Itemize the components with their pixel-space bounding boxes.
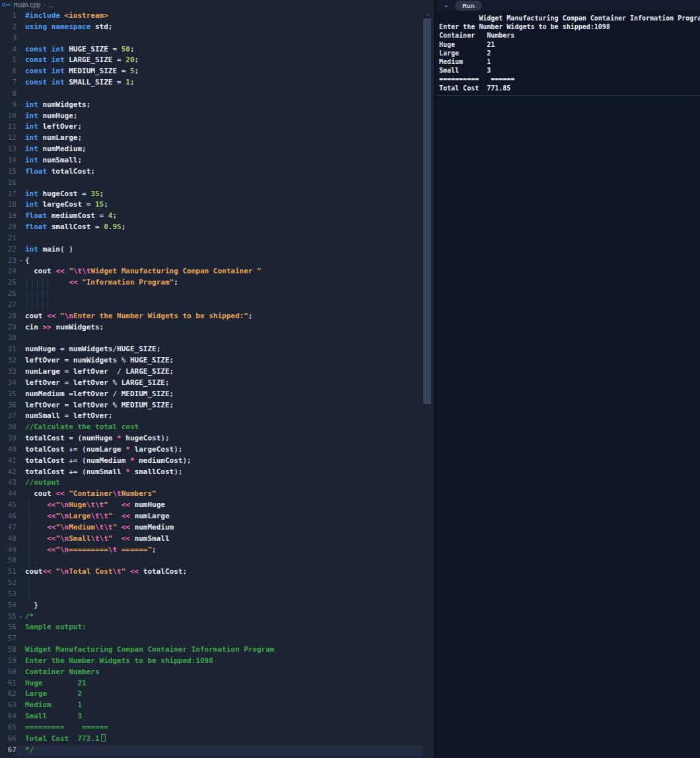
code-line[interactable]: 15float totalCost; bbox=[0, 167, 434, 178]
fold-gutter bbox=[17, 478, 25, 489]
code-line[interactable]: 11int leftOver; bbox=[0, 122, 434, 133]
code-line[interactable]: 18int largeCost = 15; bbox=[0, 200, 434, 211]
fold-chevron-icon[interactable]: ⌄ bbox=[17, 612, 25, 623]
code-line[interactable]: 19float mediumCost = 4; bbox=[0, 211, 434, 223]
code-line[interactable]: 21 bbox=[0, 234, 434, 245]
code-line[interactable]: 12int numLarge; bbox=[0, 133, 434, 145]
code-line[interactable]: 28cout << "\nEnter the Number Widgets to… bbox=[0, 312, 434, 323]
editor-scrollbar-thumb[interactable] bbox=[423, 18, 431, 404]
code-token: Large 2 bbox=[25, 689, 82, 698]
code-line[interactable]: 51cout<< "\nTotal Cost\t" << totalCost; bbox=[0, 567, 434, 578]
code-token: ; bbox=[170, 401, 174, 409]
code-line[interactable]: 54 } bbox=[0, 601, 434, 612]
code-line[interactable]: 25 << "Information Program"; bbox=[0, 278, 434, 289]
code-line[interactable]: 65========= ====== bbox=[0, 723, 434, 734]
code-line[interactable]: 43//output bbox=[0, 478, 434, 489]
fold-gutter bbox=[17, 434, 25, 445]
code-line[interactable]: 31numHuge = numWidgets/HUGE_SIZE; bbox=[0, 345, 434, 356]
code-token: const bbox=[25, 55, 47, 64]
code-line[interactable]: 36leftOver = leftOver % MEDIUM_SIZE; bbox=[0, 401, 434, 412]
code-line[interactable]: 49 <<"\n=========\t ======"; bbox=[0, 545, 434, 557]
code-line[interactable]: 52 bbox=[0, 578, 434, 590]
code-line[interactable]: 42totalCost += (numSmall * smallCost); bbox=[0, 467, 434, 479]
code-line[interactable]: 46 <<"\nLarge\t\t" << numLarge bbox=[0, 512, 434, 523]
code-token bbox=[47, 223, 52, 231]
code-line[interactable]: 13int numMedium; bbox=[0, 145, 434, 156]
code-line[interactable]: 2using namespace std; bbox=[0, 22, 434, 34]
code-line[interactable]: 62Large 2 bbox=[0, 689, 434, 701]
code-line[interactable]: 66Total Cost 772.1 bbox=[0, 734, 434, 745]
code-text: cout << "\t\tWidget Manufacturing Compan… bbox=[25, 267, 262, 278]
code-line[interactable]: 58Widget Manufacturing Compan Container … bbox=[0, 645, 434, 656]
code-token: numMedium bbox=[87, 456, 126, 465]
code-token: Huge bbox=[69, 500, 87, 509]
code-line[interactable]: 7const int SMALL_SIZE = 1; bbox=[0, 78, 434, 89]
code-line[interactable]: 61Huge 21 bbox=[0, 679, 434, 690]
code-line[interactable]: 60Container Numbers bbox=[0, 668, 434, 679]
code-line[interactable]: 30 bbox=[0, 333, 434, 345]
code-line[interactable]: 45 <<"\nHuge\t\t" << numHuge bbox=[0, 500, 434, 512]
code-token: \n bbox=[60, 523, 69, 532]
fold-gutter bbox=[17, 312, 25, 323]
code-line[interactable]: 10int numHuge; bbox=[0, 112, 434, 123]
code-line[interactable]: 38//Calculate the total cost bbox=[0, 423, 434, 434]
code-line[interactable]: 8 bbox=[0, 89, 434, 100]
scrollbar-up-arrow-icon[interactable] bbox=[425, 13, 431, 16]
code-line[interactable]: 59Enter the Number Widgets to be shipped… bbox=[0, 656, 434, 668]
code-line[interactable]: 23⌄{ bbox=[0, 256, 434, 267]
code-line[interactable]: 3 bbox=[0, 34, 434, 45]
run-button[interactable]: Run bbox=[455, 1, 481, 11]
code-token: Total Cost bbox=[69, 567, 112, 576]
code-line[interactable]: 64Small 3 bbox=[0, 712, 434, 723]
code-line[interactable]: 20float smallCost = 0.95; bbox=[0, 223, 434, 234]
code-line[interactable]: 27 bbox=[0, 300, 434, 312]
fold-gutter bbox=[17, 467, 25, 479]
code-line[interactable]: 41totalCost += (numMedium * mediumCost); bbox=[0, 456, 434, 467]
code-line[interactable]: 53 bbox=[0, 590, 434, 601]
code-line[interactable]: 9int numWidgets; bbox=[0, 100, 434, 112]
code-line[interactable]: 32leftOver = numWidgets % HUGE_SIZE; bbox=[0, 356, 434, 367]
code-token: numMedium bbox=[25, 390, 65, 398]
code-line[interactable]: 40totalCost += (numLarge * largeCost); bbox=[0, 445, 434, 456]
code-line[interactable]: 50 bbox=[0, 556, 434, 567]
chevron-down-icon[interactable]: ⌄ bbox=[443, 2, 449, 9]
code-line[interactable]: 67*/ bbox=[0, 745, 434, 757]
code-token: MEDIUM_SIZE bbox=[122, 401, 170, 409]
code-line[interactable]: 33numLarge = leftOver / LARGE_SIZE; bbox=[0, 367, 434, 378]
code-token: " bbox=[108, 534, 113, 543]
code-text: float mediumCost = 4; bbox=[25, 211, 117, 223]
line-number: 19 bbox=[0, 211, 17, 223]
fold-gutter bbox=[17, 55, 25, 67]
code-line[interactable]: 14int numSmall; bbox=[0, 156, 434, 167]
code-token: //output bbox=[25, 478, 60, 487]
code-line[interactable]: 35numMedium =leftOver / MEDIUM_SIZE; bbox=[0, 390, 434, 401]
breadcrumb[interactable]: C++ main.cpp › ... bbox=[0, 0, 434, 9]
code-line[interactable]: 17int hugeCost = 35; bbox=[0, 190, 434, 201]
code-line[interactable]: 56Sample output: bbox=[0, 623, 434, 634]
code-line[interactable]: 44 cout << "Container\tNumbers" bbox=[0, 489, 434, 500]
code-line[interactable]: 6const int MEDIUM_SIZE = 5; bbox=[0, 67, 434, 78]
code-line[interactable]: 37numSmall = leftOver; bbox=[0, 411, 434, 423]
code-line[interactable]: 26 bbox=[0, 289, 434, 300]
code-line[interactable]: 29cin >> numWidgets; bbox=[0, 323, 434, 334]
code-line[interactable]: 34leftOver = leftOver % LARGE_SIZE; bbox=[0, 378, 434, 390]
code-line[interactable]: 39totalCost = (numHuge * hugeCost); bbox=[0, 434, 434, 445]
code-line[interactable]: 57 bbox=[0, 634, 434, 645]
code-line[interactable]: 16 bbox=[0, 178, 434, 190]
code-line[interactable]: 1#include <iostream> bbox=[0, 11, 434, 22]
code-line[interactable]: 24 cout << "\t\tWidget Manufacturing Com… bbox=[0, 267, 434, 278]
code-text: totalCost += (numSmall * smallCost); bbox=[25, 467, 182, 479]
breadcrumb-filename[interactable]: main.cpp bbox=[14, 1, 41, 9]
fold-chevron-icon[interactable]: ⌄ bbox=[17, 256, 25, 267]
code-line[interactable]: 4const int HUGE_SIZE = 50; bbox=[0, 45, 434, 56]
code-line[interactable]: 63Medium 1 bbox=[0, 701, 434, 712]
code-line[interactable]: 22int main( ) bbox=[0, 245, 434, 256]
breadcrumb-symbol-path[interactable]: ... bbox=[49, 1, 54, 9]
code-token: totalCost bbox=[25, 445, 65, 454]
indent-guide bbox=[29, 579, 30, 589]
code-line[interactable]: 47 <<"\nMedium\t\t" << numMedium bbox=[0, 523, 434, 534]
code-line[interactable]: 5const int LARGE_SIZE = 20; bbox=[0, 55, 434, 67]
code-token: numHuge bbox=[25, 345, 55, 353]
code-line[interactable]: 55⌄/* bbox=[0, 612, 434, 623]
code-line[interactable]: 48 <<"\nSmall\t\t" << numSmall bbox=[0, 534, 434, 545]
